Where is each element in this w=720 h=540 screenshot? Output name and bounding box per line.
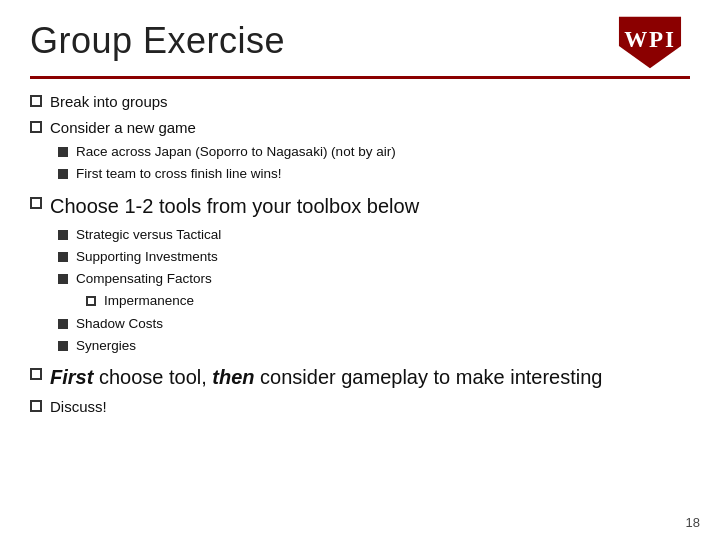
bullet-text: Race across Japan (Soporro to Nagasaki) … — [76, 142, 396, 162]
bullet-square-icon — [86, 296, 96, 306]
bullet-filled-icon — [58, 341, 68, 351]
choose-tool-text: choose tool, — [93, 366, 212, 388]
title-divider — [30, 76, 690, 79]
list-item: First team to cross finish line wins! — [58, 164, 690, 184]
list-item: Synergies — [58, 336, 690, 356]
bullet-filled-icon — [58, 169, 68, 179]
bullet-filled-icon — [58, 274, 68, 284]
content-area: Break into groups Consider a new game Ra… — [30, 91, 690, 419]
bullet-text: Consider a new game — [50, 117, 196, 140]
bullet-text: Impermanence — [104, 291, 194, 311]
consider-text: consider gameplay to make interesting — [255, 366, 603, 388]
bullet-text: Shadow Costs — [76, 314, 163, 334]
bullet-text: First team to cross finish line wins! — [76, 164, 282, 184]
wpi-shield-icon: WPI — [610, 15, 690, 70]
slide: Group Exercise WPI Break into groups Con… — [0, 0, 720, 540]
list-item: Consider a new game — [30, 117, 690, 140]
bullet-text: Discuss! — [50, 396, 107, 419]
bullet-square-icon — [30, 121, 42, 133]
bullet-text: Strategic versus Tactical — [76, 225, 221, 245]
bullet-square-icon — [30, 400, 42, 412]
bullet-filled-icon — [58, 252, 68, 262]
bullet-filled-icon — [58, 230, 68, 240]
bullet-text: Compensating Factors — [76, 269, 212, 289]
list-item: Impermanence — [86, 291, 690, 311]
list-item: Supporting Investments — [58, 247, 690, 267]
list-item: Strategic versus Tactical — [58, 225, 690, 245]
bullet-filled-icon — [58, 147, 68, 157]
list-item: Choose 1-2 tools from your toolbox below — [30, 191, 690, 221]
bullet-square-icon — [30, 197, 42, 209]
list-item: Compensating Factors — [58, 269, 690, 289]
first-then-text: First choose tool, then consider gamepla… — [50, 362, 603, 392]
list-item: First choose tool, then consider gamepla… — [30, 362, 690, 392]
first-bold-italic: First — [50, 366, 93, 388]
list-item: Race across Japan (Soporro to Nagasaki) … — [58, 142, 690, 162]
bullet-square-icon — [30, 368, 42, 380]
bullet-text: Supporting Investments — [76, 247, 218, 267]
bullet-text: Break into groups — [50, 91, 168, 114]
bullet-text: Synergies — [76, 336, 136, 356]
bullet-square-icon — [30, 95, 42, 107]
wpi-logo: WPI — [610, 15, 690, 70]
slide-title: Group Exercise — [30, 20, 285, 62]
bullet-filled-icon — [58, 319, 68, 329]
list-item: Shadow Costs — [58, 314, 690, 334]
page-number: 18 — [686, 515, 700, 530]
header-area: Group Exercise WPI — [30, 20, 690, 70]
list-item: Discuss! — [30, 396, 690, 419]
bullet-text: Choose 1-2 tools from your toolbox below — [50, 191, 419, 221]
list-item: Break into groups — [30, 91, 690, 114]
then-bold-italic: then — [212, 366, 254, 388]
svg-text:WPI: WPI — [624, 26, 675, 52]
